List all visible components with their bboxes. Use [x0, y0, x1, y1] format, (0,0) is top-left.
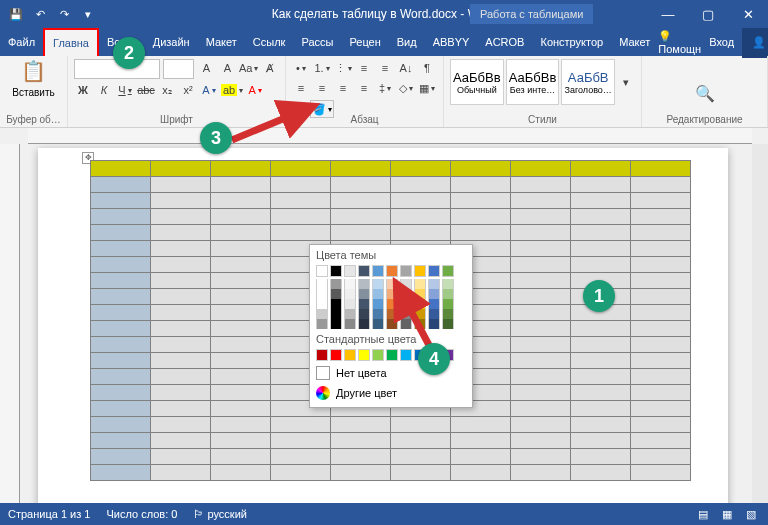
underline-button[interactable]: Ч: [116, 81, 134, 99]
table-cell[interactable]: [571, 449, 631, 465]
table-cell[interactable]: [451, 433, 511, 449]
tab-mailings[interactable]: Рассы: [293, 28, 341, 56]
table-cell[interactable]: [511, 225, 571, 241]
standard-swatch[interactable]: [372, 349, 384, 361]
table-cell[interactable]: [571, 385, 631, 401]
table-cell[interactable]: [91, 401, 151, 417]
table-cell[interactable]: [211, 401, 271, 417]
table-cell[interactable]: [211, 193, 271, 209]
table-cell[interactable]: [91, 353, 151, 369]
grow-font-button[interactable]: A: [197, 59, 215, 77]
table-cell[interactable]: [571, 321, 631, 337]
table-cell[interactable]: [451, 161, 511, 177]
standard-swatch[interactable]: [330, 349, 342, 361]
view-print-button[interactable]: ▦: [718, 506, 736, 522]
shade-swatch[interactable]: [358, 319, 370, 329]
table-cell[interactable]: [331, 449, 391, 465]
table-cell[interactable]: [211, 353, 271, 369]
status-page[interactable]: Страница 1 из 1: [8, 508, 90, 520]
table-cell[interactable]: [211, 305, 271, 321]
table-cell[interactable]: [151, 193, 211, 209]
table-cell[interactable]: [331, 193, 391, 209]
table-cell[interactable]: [151, 385, 211, 401]
styles-more-button[interactable]: ▾: [617, 73, 635, 91]
table-cell[interactable]: [151, 337, 211, 353]
table-cell[interactable]: [571, 257, 631, 273]
shade-swatch[interactable]: [330, 309, 342, 319]
borders-button[interactable]: ▦: [418, 79, 436, 97]
table-cell[interactable]: [511, 385, 571, 401]
table-cell[interactable]: [331, 177, 391, 193]
table-cell[interactable]: [391, 161, 451, 177]
shade-swatch[interactable]: [372, 309, 384, 319]
shade-swatch[interactable]: [344, 319, 356, 329]
table-cell[interactable]: [211, 273, 271, 289]
shade-swatch[interactable]: [372, 279, 384, 289]
share-button[interactable]: 👤 Общий доступ: [742, 26, 768, 58]
table-cell[interactable]: [571, 369, 631, 385]
standard-swatch[interactable]: [358, 349, 370, 361]
table-cell[interactable]: [331, 465, 391, 481]
table-cell[interactable]: [631, 305, 691, 321]
table-cell[interactable]: [511, 257, 571, 273]
horizontal-ruler[interactable]: [28, 128, 752, 144]
shade-swatch[interactable]: [316, 279, 328, 289]
table-cell[interactable]: [151, 177, 211, 193]
table-cell[interactable]: [151, 449, 211, 465]
align-center-button[interactable]: ≡: [313, 79, 331, 97]
redo-icon[interactable]: ↷: [54, 4, 74, 24]
shading-button[interactable]: ◇: [397, 79, 415, 97]
table-cell[interactable]: [151, 209, 211, 225]
table-cell[interactable]: [511, 353, 571, 369]
table-cell[interactable]: [571, 193, 631, 209]
align-left-button[interactable]: ≡: [292, 79, 310, 97]
table-cell[interactable]: [91, 289, 151, 305]
italic-button[interactable]: К: [95, 81, 113, 99]
paste-button[interactable]: Вставить: [12, 87, 54, 98]
table-cell[interactable]: [511, 241, 571, 257]
table-cell[interactable]: [451, 209, 511, 225]
theme-swatch[interactable]: [358, 265, 370, 277]
table-cell[interactable]: [391, 225, 451, 241]
table-cell[interactable]: [631, 465, 691, 481]
table-cell[interactable]: [211, 321, 271, 337]
table-cell[interactable]: [631, 337, 691, 353]
undo-icon[interactable]: ↶: [30, 4, 50, 24]
table-cell[interactable]: [571, 225, 631, 241]
table-cell[interactable]: [511, 433, 571, 449]
table-cell[interactable]: [631, 369, 691, 385]
close-button[interactable]: ✕: [728, 0, 768, 28]
table-cell[interactable]: [571, 337, 631, 353]
table-cell[interactable]: [511, 417, 571, 433]
table-cell[interactable]: [451, 417, 511, 433]
table-cell[interactable]: [631, 433, 691, 449]
table-cell[interactable]: [151, 241, 211, 257]
table-cell[interactable]: [151, 257, 211, 273]
shade-swatch[interactable]: [330, 279, 342, 289]
table-cell[interactable]: [271, 433, 331, 449]
table-cell[interactable]: [91, 337, 151, 353]
qat-more-icon[interactable]: ▾: [78, 4, 98, 24]
table-cell[interactable]: [571, 161, 631, 177]
tab-file[interactable]: Файл: [0, 28, 43, 56]
table-cell[interactable]: [511, 193, 571, 209]
table-cell[interactable]: [631, 353, 691, 369]
change-case-button[interactable]: Aa: [239, 59, 258, 77]
style-heading1[interactable]: АаБбВЗаголово…: [561, 59, 615, 105]
bold-button[interactable]: Ж: [74, 81, 92, 99]
shade-swatch[interactable]: [344, 299, 356, 309]
sort-button[interactable]: A↓: [397, 59, 415, 77]
shade-swatch[interactable]: [344, 309, 356, 319]
show-marks-button[interactable]: ¶: [418, 59, 436, 77]
tab-table-layout[interactable]: Макет: [611, 28, 658, 56]
table-cell[interactable]: [631, 225, 691, 241]
vertical-scrollbar[interactable]: [752, 144, 768, 503]
table-cell[interactable]: [631, 177, 691, 193]
table-cell[interactable]: [91, 209, 151, 225]
table-cell[interactable]: [151, 401, 211, 417]
strike-button[interactable]: abc: [137, 81, 155, 99]
view-read-button[interactable]: ▤: [694, 506, 712, 522]
table-cell[interactable]: [91, 177, 151, 193]
status-language[interactable]: 🏳 русский: [193, 508, 247, 520]
table-cell[interactable]: [331, 209, 391, 225]
